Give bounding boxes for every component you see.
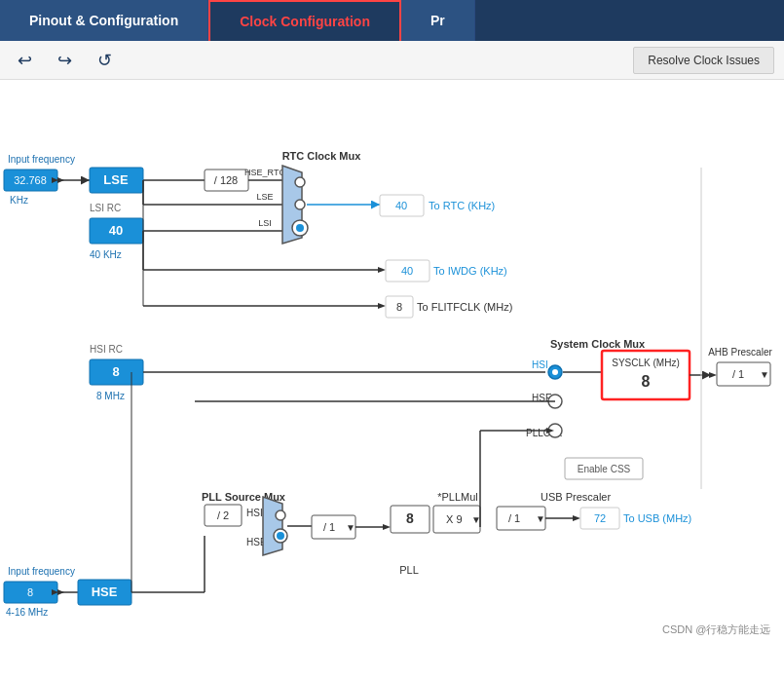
clock-diagram-svg: Input frequency 32.768 KHz LSE LSI RC 40…: [0, 80, 784, 638]
hsi-pll-label: HSI: [246, 508, 263, 518]
sysclk-val: 8: [642, 373, 651, 390]
input-freq-label-top: Input frequency: [8, 154, 75, 165]
flit-out-val: 8: [396, 301, 402, 313]
rtc-mux-radio-2: [295, 200, 305, 209]
top-nav: Pinout & Configuration Clock Configurati…: [0, 0, 784, 41]
redo-button[interactable]: ↪: [50, 46, 80, 75]
arrow-left-1: [57, 177, 64, 183]
ahb-prescaler-label: AHB Prescaler: [708, 347, 772, 358]
rtc-mux-label: RTC Clock Mux: [282, 150, 362, 162]
hse-label: HSE: [92, 585, 118, 599]
freq-8-val: 8: [27, 586, 33, 598]
iwdg-out-val: 40: [401, 265, 413, 277]
arrow-usb-out: [573, 515, 580, 521]
pllmul-label: *PLLMul: [437, 491, 478, 503]
freq2-unit-label: 4-16 MHz: [6, 607, 48, 618]
x9-val: X 9: [446, 513, 463, 525]
rtc-mux-radio-3-selected: [296, 224, 304, 232]
lse-mux-text: LSE: [256, 192, 273, 202]
freq-khz-label: KHz: [10, 195, 28, 206]
arrow-iwdg: [378, 267, 386, 273]
hsi-sys-label: HSI: [532, 359, 548, 370]
hsi-rc-label: HSI RC: [90, 344, 123, 355]
hsi-8-val: 8: [112, 364, 119, 379]
rtc-mux-radio-1: [295, 177, 305, 187]
div2-label: / 2: [217, 509, 229, 521]
rtc-out-val: 40: [395, 200, 407, 211]
sysclk-label: SYSCLK (MHz): [612, 358, 679, 368]
lsi-rc-label: LSI RC: [90, 203, 121, 213]
pll-mux-radio-hse-selected: [277, 532, 284, 540]
arrow-hse-1: [57, 589, 64, 595]
usb-div-val: / 1: [508, 512, 520, 524]
pll-mux-radio-hsi: [276, 510, 285, 520]
sysclk-mux-radio-hsi-inner: [552, 369, 558, 375]
ahb-dropdown-arrow: ▼: [760, 369, 769, 380]
ahb-div-val: / 1: [732, 368, 744, 380]
iwdg-out-label: To IWDG (KHz): [433, 265, 507, 277]
div1-arrow: ▼: [346, 522, 355, 533]
freq-32768-val: 32.768: [14, 174, 47, 186]
rtc-out-label: To RTC (KHz): [429, 200, 495, 211]
tab-pinout[interactable]: Pinout & Configuration: [0, 0, 208, 41]
pll-mul-val: 8: [406, 510, 414, 526]
pll-mux-shape: [263, 497, 282, 555]
flit-out-label: To FLITFCLK (MHz): [417, 301, 512, 313]
usb-div-arrow: ▼: [536, 513, 545, 524]
hsi-8mhz-label: 8 MHz: [96, 391, 125, 401]
div128-label: / 128: [214, 174, 238, 186]
tab-clock[interactable]: Clock Configuration: [208, 0, 401, 41]
refresh-button[interactable]: ↺: [90, 46, 120, 75]
lse-label: LSE: [103, 172, 129, 187]
arrow-flit: [378, 303, 386, 309]
hse-rtc-label: HSE_RTC: [244, 168, 285, 177]
div1-val: / 1: [323, 521, 335, 533]
tab-pr[interactable]: Pr: [401, 0, 475, 41]
toolbar: ↩ ↪ ↺ Resolve Clock Issues: [0, 41, 784, 80]
lsi-mux-text: LSI: [258, 218, 272, 228]
main-content: Input frequency 32.768 KHz LSE LSI RC 40…: [0, 80, 784, 679]
resolve-clock-issues-button[interactable]: Resolve Clock Issues: [633, 47, 774, 74]
lsi-40-val: 40: [109, 223, 123, 238]
watermark-text: CSDN @行稳方能走远: [662, 623, 770, 635]
pll-label: PLL: [399, 564, 419, 576]
lsi-40khz-label: 40 KHz: [90, 249, 122, 260]
usb-out-label: To USB (MHz): [623, 512, 691, 524]
undo-button[interactable]: ↩: [10, 46, 40, 75]
arrow-sysclk-ahb: [709, 372, 717, 378]
enable-css-label: Enable CSS: [578, 464, 631, 474]
sysclk-mux-label: System Clock Mux: [550, 338, 646, 350]
usb-out-val: 72: [594, 512, 606, 524]
usb-prescaler-label: USB Prescaler: [541, 491, 611, 503]
arrow-to-pll: [383, 524, 391, 530]
input-freq2-label: Input frequency: [8, 566, 75, 577]
